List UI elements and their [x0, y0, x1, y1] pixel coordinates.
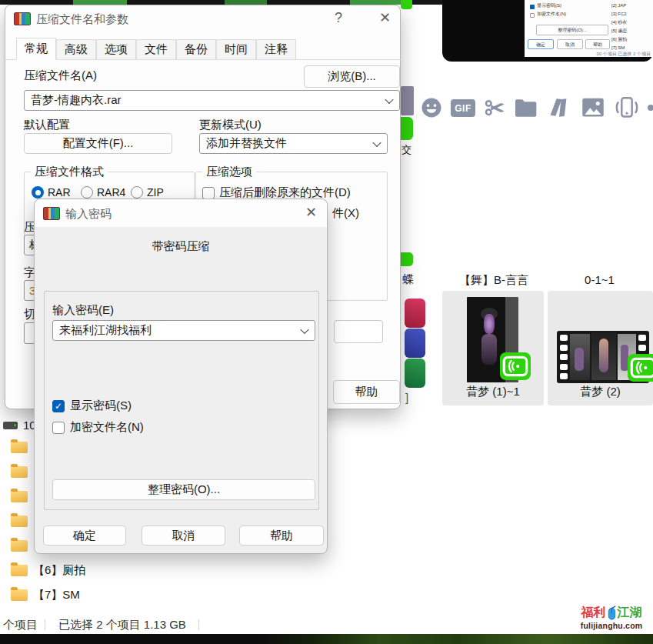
mini-list-item: [4] 纱衣 [611, 19, 627, 25]
close-icon[interactable]: ✕ [379, 11, 391, 25]
folder-icon [11, 540, 28, 552]
sliver-badge-mid [401, 117, 413, 140]
status-separator [45, 619, 45, 630]
radio-on-icon [32, 186, 44, 199]
mini-list-item: [2] JAP [611, 2, 626, 8]
radio-zip-label: ZIP [147, 186, 164, 199]
sidebar-item-label: 【7】SM [33, 588, 80, 602]
shake-window-icon[interactable] [614, 95, 640, 120]
drive-icon [3, 422, 18, 429]
archive-name-value: 昔梦-情趣内衣.rar [31, 93, 122, 108]
close-icon[interactable]: ✕ [305, 205, 317, 219]
folder-icon [11, 516, 28, 527]
watermark-left-text: 福利 [581, 605, 606, 621]
help-icon[interactable]: ? [335, 11, 342, 25]
screen: 交 蝶 ] 100 【 【 【 【 【 【6】厕拍 【7】SM 个项目 [0, 0, 653, 644]
scissors-icon[interactable] [484, 96, 507, 119]
status-bar: 个项目 已选择 2 个项目 1.13 GB [0, 616, 461, 634]
show-password-label: 显示密码(S) [70, 399, 132, 413]
sliver-badge-top [401, 0, 412, 9]
status-separator [198, 619, 199, 630]
password-help-button[interactable]: 帮助 [239, 526, 324, 546]
folder-icon[interactable] [514, 98, 538, 118]
tab-files[interactable]: 文件 [136, 39, 176, 60]
update-mode-label: 更新模式(U) [199, 118, 262, 132]
sliver-stack-blue [405, 329, 425, 358]
file-2-name: 昔梦 (2) [548, 385, 653, 399]
tab-backup[interactable]: 备份 [176, 39, 216, 60]
mini-checkbox-checked [530, 5, 535, 9]
file-1-name: 昔梦 (1)~1 [442, 385, 544, 399]
password-combobox[interactable]: 来福利江湖找福利 [52, 320, 315, 341]
radio-zip[interactable]: ZIP [131, 186, 164, 199]
status-items-count: 个项目 [3, 618, 38, 632]
mini-status-text: 30 个项目 已选择 2 个项目 [596, 51, 651, 57]
sticker-icon[interactable] [548, 96, 571, 119]
tab-options[interactable]: 选项 [96, 39, 136, 60]
tab-advanced[interactable]: 高级 [56, 39, 96, 60]
dialog-help-button[interactable]: 帮助 [333, 380, 400, 404]
dialog-title: 压缩文件名和参数 [36, 12, 128, 27]
mouse-icon [607, 604, 617, 621]
watermark-domain: fulijianghu.com [581, 621, 643, 630]
cancel-button[interactable]: 取消 [142, 526, 225, 546]
browse-button[interactable]: 浏览(B)... [304, 65, 400, 88]
archive-name-label: 压缩文件名(A) [24, 68, 97, 83]
profiles-button[interactable]: 配置文件(F)... [24, 133, 172, 154]
mini-help-button: 帮助 [585, 39, 610, 49]
tab-comment[interactable]: 注释 [256, 39, 296, 60]
update-mode-combobox[interactable]: 添加并替换文件 [199, 133, 388, 154]
mini-screenshot: 显示密码(S) 加密文件名(N) 整理密码(O)... 确定 取消 帮助 [2]… [525, 0, 653, 57]
tab-time[interactable]: 时间 [216, 39, 256, 60]
sfx-checkbox-partial-label: 件(X) [332, 206, 359, 221]
mini-checkbox-unchecked [530, 13, 535, 18]
chevron-down-icon[interactable] [385, 95, 393, 103]
radio-rar4-label: RAR4 [97, 186, 125, 199]
folder-icon [11, 565, 28, 576]
gif-icon[interactable]: GIF [451, 99, 475, 117]
mini-list-item: [6] 厕拍 [611, 36, 627, 42]
volume-size-partial-input[interactable] [334, 320, 383, 343]
smiley-icon[interactable] [420, 96, 443, 119]
sliver-badge-low [401, 252, 413, 266]
folder-icon [11, 589, 28, 601]
default-profile-label: 默认配置 [24, 118, 70, 132]
mini-list-item: [3] FC2 [611, 11, 627, 17]
chat-image-message[interactable]: 显示密码(S) 加密文件名(N) 整理密码(O)... 确定 取消 帮助 [2]… [442, 0, 653, 62]
file-card-1[interactable]: 昔梦 (1)~1 [442, 291, 544, 405]
watermark-right-text: 江湖 [618, 605, 642, 621]
radio-rar-label: RAR [48, 186, 71, 199]
sliver-thumb-purple [401, 86, 414, 115]
options-group-legend: 压缩选项 [202, 165, 256, 179]
sliver-stack-red [405, 299, 425, 328]
chevron-down-icon[interactable] [300, 325, 308, 333]
ok-button[interactable]: 确定 [43, 526, 126, 546]
winrar-app-icon [14, 12, 31, 25]
password-groupbox: 输入密码(E) 来福利江湖找福利 ✓ 显示密码(S) 加密文件名(N) 整理密码… [44, 291, 319, 510]
file-row-label-2[interactable]: 0-1~1 [548, 273, 651, 286]
mini-encrypt-names-label: 加密文件名(N) [537, 11, 566, 17]
checkbox-on-icon: ✓ [52, 400, 65, 412]
chevron-down-icon[interactable] [372, 138, 381, 146]
watermark: 福利 江湖 fulijianghu.com [572, 601, 651, 633]
organize-passwords-button[interactable]: 整理密码(O)... [52, 479, 315, 500]
file-card-2[interactable]: 昔梦 (2) [548, 291, 653, 405]
sliver-stack-green [405, 359, 425, 388]
show-password-checkbox[interactable]: ✓ 显示密码(S) [52, 399, 132, 413]
folder-icon [11, 491, 28, 502]
more-icon[interactable] [648, 105, 653, 111]
check-icon: ✓ [55, 401, 62, 412]
folder-icon [11, 466, 28, 478]
radio-rar[interactable]: RAR [32, 186, 71, 199]
radio-rar4[interactable]: RAR4 [81, 186, 125, 199]
mini-list-item: [5] 虐恋 [611, 28, 627, 34]
tab-general[interactable]: 常规 [16, 38, 56, 60]
image-icon[interactable] [581, 97, 605, 118]
file-row-label-1[interactable]: 【舞】B-言言 [444, 273, 544, 288]
sidebar-item-7[interactable]: 【7】SM [11, 588, 80, 602]
password-value: 来福利江湖找福利 [59, 323, 152, 338]
sidebar-item-6[interactable]: 【6】厕拍 [11, 563, 85, 578]
archive-name-combobox[interactable]: 昔梦-情趣内衣.rar [24, 90, 400, 111]
encrypt-names-checkbox[interactable]: 加密文件名(N) [52, 420, 144, 435]
password-dialog-title: 输入密码 [65, 207, 112, 222]
